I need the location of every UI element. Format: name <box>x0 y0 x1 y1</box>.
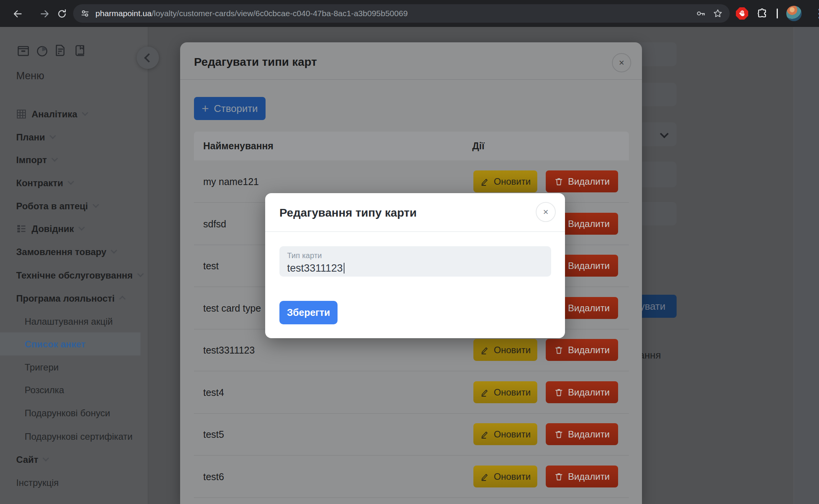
sidebar-item-gift-bonuses[interactable]: Подарункові бонуси <box>25 407 110 419</box>
site-info-icon[interactable] <box>80 8 90 18</box>
update-button[interactable]: Оновити <box>473 339 537 361</box>
forward-icon[interactable] <box>40 9 50 19</box>
page-backdrop: тувати ання <box>0 27 819 504</box>
sidebar-item-goods-order[interactable]: Замовлення товару <box>16 246 116 257</box>
delete-button[interactable]: Видалити <box>546 339 618 361</box>
pencil-icon <box>480 345 489 355</box>
url-text[interactable]: pharmapoint.ua/loyalty/customer-cards/vi… <box>95 9 689 18</box>
adblock-extension-icon[interactable] <box>736 7 748 20</box>
card-type-name: test card type <box>203 303 261 314</box>
pencil-icon <box>480 177 489 186</box>
save-button[interactable]: Зберегти <box>279 301 338 324</box>
pencil-icon <box>480 472 489 481</box>
chevron-down-icon <box>78 224 85 231</box>
card-type-name: test3311123 <box>203 345 255 356</box>
chevron-down-icon <box>82 110 88 116</box>
trash-icon <box>554 345 563 355</box>
sidebar-item-site[interactable]: Сайт <box>16 454 48 465</box>
chevron-up-icon <box>119 296 125 302</box>
sidebar-item-triggers[interactable]: Тригери <box>25 361 58 373</box>
table-row: test4 Оновити Видалити <box>194 371 629 414</box>
list-rows-icon <box>16 224 27 234</box>
edit-card-type-modal: Редагування типу карти × Тип карти test3… <box>265 193 565 338</box>
pencil-icon <box>480 430 489 439</box>
toolbar-separator <box>777 8 778 18</box>
sidebar-item-promo-settings[interactable]: Налаштування акцій <box>25 315 113 327</box>
card-types-modal-header: Редагувати типи карт × <box>180 42 642 80</box>
pie-chart-icon[interactable] <box>36 43 48 58</box>
text-caret <box>344 263 344 274</box>
sidebar-menu-title: Меню <box>16 70 44 82</box>
grid-icon <box>16 109 27 119</box>
card-type-name: sdfsd <box>203 219 226 230</box>
sidebar-item-contracts[interactable]: Контракти <box>16 177 73 189</box>
card-type-name: test5 <box>203 429 224 440</box>
chevron-down-icon <box>51 155 58 162</box>
create-button[interactable]: + Створити <box>194 97 266 120</box>
update-button[interactable]: Оновити <box>473 423 537 445</box>
delete-button[interactable]: Видалити <box>546 466 618 487</box>
chevron-down-icon <box>43 455 49 462</box>
column-header-name: Найменування <box>203 140 273 152</box>
close-icon[interactable]: × <box>612 53 631 72</box>
edit-modal-header: Редагування типу карти × <box>265 193 565 232</box>
update-button[interactable]: Оновити <box>473 381 537 403</box>
sidebar-item-analytics[interactable]: Аналітика <box>16 108 87 120</box>
sidebar-item-loyalty-program[interactable]: Програма лояльності <box>16 292 125 304</box>
card-type-name: test6 <box>203 471 224 482</box>
trash-icon <box>554 430 563 439</box>
close-icon[interactable]: × <box>536 202 556 222</box>
document-icon[interactable] <box>55 43 67 58</box>
archive-box-icon[interactable] <box>17 43 30 58</box>
card-type-input-value: test3311123 <box>287 262 551 274</box>
browser-toolbar: pharmapoint.ua/loyalty/customer-cards/vi… <box>0 0 819 27</box>
sidebar-item-instruction[interactable]: Інструкція <box>16 477 59 488</box>
url-bar[interactable]: pharmapoint.ua/loyalty/customer-cards/vi… <box>73 4 730 23</box>
card-type-name: test <box>203 260 219 272</box>
screen: pharmapoint.ua/loyalty/customer-cards/vi… <box>0 0 819 504</box>
sidebar-item-directory[interactable]: Довідник <box>16 223 84 234</box>
bookmark-star-icon[interactable] <box>713 8 723 18</box>
trash-icon <box>554 388 563 397</box>
sidebar-item-plans[interactable]: Плани <box>16 131 55 143</box>
card-types-modal-title: Редагувати типи карт <box>194 55 317 68</box>
chevron-down-icon <box>68 179 74 185</box>
profile-avatar[interactable] <box>786 6 802 21</box>
password-key-icon[interactable] <box>696 8 706 18</box>
chevron-down-icon <box>137 271 144 277</box>
book-icon[interactable] <box>74 43 86 58</box>
page-right-strip <box>794 27 819 504</box>
pencil-icon <box>480 388 489 397</box>
delete-button[interactable]: Видалити <box>546 170 618 192</box>
table-row: test6 Оновити Видалити <box>194 456 629 498</box>
extensions-zone <box>736 0 802 27</box>
sidebar-item-questionnaires-active[interactable]: Список анкет <box>25 338 85 350</box>
card-type-input-label: Тип карти <box>287 251 551 260</box>
update-button[interactable]: Оновити <box>473 170 537 192</box>
chevron-down-icon <box>111 247 117 254</box>
sidebar-item-mailing[interactable]: Розсилка <box>25 384 64 396</box>
sidebar-item-gift-certificates[interactable]: Подарункові сертифікати <box>25 431 133 442</box>
delete-button[interactable]: Видалити <box>546 423 618 445</box>
reload-icon[interactable] <box>57 9 67 19</box>
sidebar-item-import[interactable]: Імпорт <box>16 154 57 165</box>
plus-icon: + <box>202 102 209 115</box>
chevron-down-icon <box>92 202 99 208</box>
table-header: Найменування Дії <box>194 132 629 160</box>
back-icon[interactable] <box>13 9 23 19</box>
url-path: /loyalty/customer-cards/view/6c0cbcae-c0… <box>152 9 408 18</box>
delete-button[interactable]: Видалити <box>546 381 618 403</box>
browser-menu-icon[interactable]: ⋮ <box>814 0 819 27</box>
sidebar-collapse-button[interactable] <box>137 47 159 69</box>
create-button-label: Створити <box>214 103 258 115</box>
sidebar: Меню Аналітика Плани Імпорт Контракти Ро… <box>0 27 148 504</box>
sidebar-item-maintenance[interactable]: Технічне обслуговування <box>16 269 143 281</box>
table-row: test5 Оновити Видалити <box>194 413 629 456</box>
update-button[interactable]: Оновити <box>473 466 537 487</box>
url-host: pharmapoint.ua <box>95 9 152 18</box>
sidebar-item-pharmacy-work[interactable]: Робота в аптеці <box>16 200 98 212</box>
card-type-name: my name121 <box>203 176 259 187</box>
card-type-input[interactable]: Тип карти test3311123 <box>279 246 551 277</box>
edit-modal-title: Редагування типу карти <box>279 206 417 219</box>
extensions-puzzle-icon[interactable] <box>757 8 768 19</box>
